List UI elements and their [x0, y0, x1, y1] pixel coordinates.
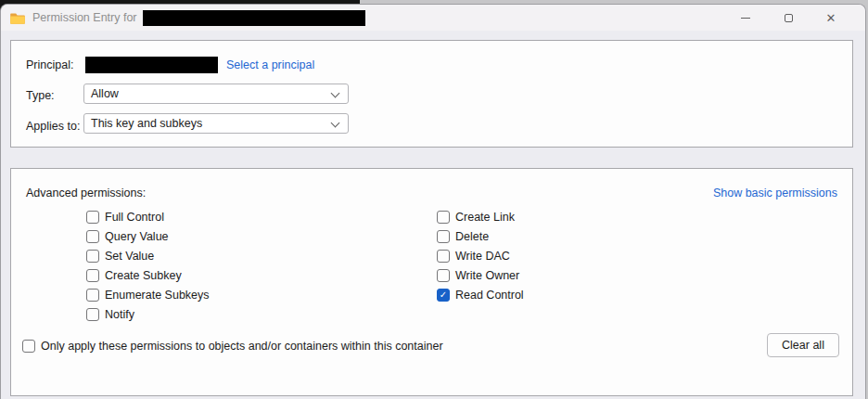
only-apply-label: Only apply these permissions to objects … — [41, 340, 443, 353]
type-label: Type: — [26, 89, 55, 102]
window-controls: ✕ — [724, 5, 852, 31]
permission-checkbox[interactable] — [86, 308, 99, 321]
permission-label: Delete — [455, 230, 489, 243]
permission-row: Query Value — [86, 230, 210, 243]
only-apply-checkbox[interactable] — [22, 340, 35, 353]
permission-label: Enumerate Subkeys — [105, 289, 210, 302]
select-a-principal-link[interactable]: Select a principal — [226, 58, 314, 71]
maximize-button[interactable] — [767, 5, 810, 31]
permission-label: Full Control — [105, 211, 164, 224]
permission-row: Notify — [86, 308, 210, 321]
applies-to-dropdown-value: This key and subkeys — [91, 117, 202, 130]
permission-row: Enumerate Subkeys — [86, 289, 210, 302]
permission-label: Write DAC — [455, 250, 510, 263]
clear-all-button[interactable]: Clear all — [767, 333, 839, 357]
only-apply-row: Only apply these permissions to objects … — [22, 340, 443, 353]
minimize-button[interactable] — [724, 5, 767, 31]
permission-row: Create Link — [437, 211, 524, 224]
chevron-down-icon — [331, 119, 340, 128]
permission-checkbox[interactable] — [86, 289, 99, 302]
permission-row: Write DAC — [437, 250, 524, 263]
permission-label: Set Value — [105, 250, 154, 263]
applies-to-dropdown[interactable]: This key and subkeys — [83, 113, 349, 134]
permission-checkbox[interactable] — [86, 230, 99, 243]
chevron-down-icon — [331, 89, 340, 98]
type-dropdown-value: Allow — [91, 87, 119, 100]
advanced-permissions-right-column: Create LinkDeleteWrite DACWrite Owner✓Re… — [437, 211, 524, 308]
advanced-permissions-left-column: Full ControlQuery ValueSet ValueCreate S… — [86, 211, 210, 328]
permission-label: Query Value — [105, 230, 169, 243]
close-button[interactable]: ✕ — [810, 5, 852, 31]
close-icon: ✕ — [826, 12, 836, 24]
redacted-principal-value — [85, 57, 218, 73]
permission-row: Delete — [437, 230, 524, 243]
type-dropdown[interactable]: Allow — [83, 84, 349, 104]
show-basic-permissions-link[interactable]: Show basic permissions — [713, 187, 837, 200]
maximize-icon — [785, 14, 793, 22]
permission-checkbox-checked[interactable]: ✓ — [437, 289, 450, 302]
permission-label: Notify — [105, 308, 134, 321]
advanced-permissions-panel: Advanced permissions: Show basic permiss… — [10, 168, 853, 396]
title-bar: Permission Entry for ✕ — [1, 5, 865, 31]
permission-checkbox[interactable] — [437, 211, 450, 224]
window-title: Permission Entry for — [32, 11, 137, 24]
permission-row: Full Control — [86, 211, 210, 224]
minimize-icon — [741, 18, 750, 19]
permission-checkbox[interactable] — [86, 269, 99, 282]
permission-label: Create Subkey — [105, 269, 182, 282]
permission-checkbox[interactable] — [86, 211, 99, 224]
permission-checkbox[interactable] — [437, 230, 450, 243]
permission-label: Create Link — [455, 211, 515, 224]
permission-entry-dialog: Permission Entry for ✕ Principal: Select… — [0, 4, 866, 399]
permission-checkbox[interactable] — [437, 250, 450, 263]
permission-label: Read Control — [455, 289, 524, 302]
permission-row: Create Subkey — [86, 269, 210, 282]
permission-row: ✓Read Control — [437, 289, 524, 302]
permission-checkbox[interactable] — [86, 250, 99, 263]
permission-row: Set Value — [86, 250, 210, 263]
principal-label: Principal: — [26, 58, 73, 71]
folder-icon — [10, 12, 25, 24]
advanced-permissions-heading: Advanced permissions: — [26, 187, 146, 200]
principal-type-panel: Principal: Select a principal Type: Allo… — [10, 40, 853, 148]
permission-checkbox[interactable] — [437, 269, 450, 282]
redacted-title-text — [143, 10, 365, 26]
applies-to-label: Applies to: — [26, 120, 80, 133]
permission-row: Write Owner — [437, 269, 524, 282]
permission-label: Write Owner — [455, 269, 519, 282]
